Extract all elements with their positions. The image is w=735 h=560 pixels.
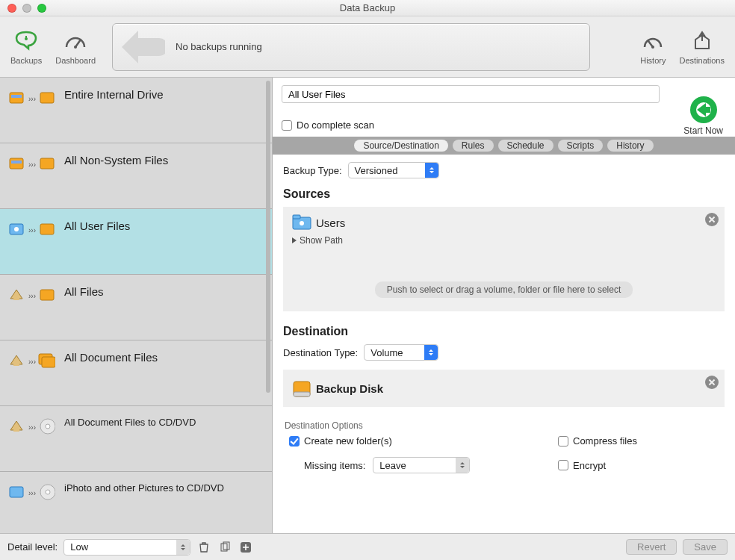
status-text: No backups running — [176, 41, 262, 52]
plus-icon — [240, 541, 252, 553]
svg-rect-21 — [13, 361, 19, 366]
dashboard-label: Dashboard — [55, 56, 96, 65]
create-folders-checkbox[interactable] — [289, 436, 300, 447]
create-folders-label: Create new folder(s) — [304, 435, 392, 447]
sources-box: Users Show Path Push to select or drag a… — [283, 207, 725, 311]
svg-rect-20 — [40, 290, 54, 300]
tab-schedule[interactable]: Schedule — [498, 140, 553, 152]
svg-text:›››: ››› — [28, 489, 36, 497]
users-folder-icon — [292, 214, 311, 231]
history-icon — [640, 29, 666, 55]
destination-options-heading: Destination Options — [285, 420, 725, 431]
window-title: Data Backup — [0, 2, 735, 13]
backup-type-label: Backup Type: — [283, 165, 342, 176]
svg-rect-9 — [40, 93, 54, 103]
sidebar-item-label: All Document Files — [64, 351, 158, 364]
start-now-button[interactable]: Start Now — [683, 94, 723, 136]
delete-button[interactable] — [196, 540, 211, 555]
svg-rect-7 — [11, 95, 22, 98]
sidebar-item-all-document-files[interactable]: ››› All Document Files — [0, 340, 272, 406]
source-drop-zone[interactable]: Push to select or drag a volume, folder … — [375, 281, 633, 298]
svg-text:›››: ››› — [28, 95, 36, 103]
sidebar-item-label: Entire Internal Drive — [64, 88, 164, 101]
tab-source-destination[interactable]: Source/Destination — [354, 140, 447, 152]
backup-name-input[interactable] — [282, 85, 660, 103]
destinations-label: Destinations — [679, 56, 725, 65]
status-arrow-icon — [113, 25, 165, 69]
missing-items-select[interactable]: Leave — [373, 457, 470, 473]
backup-type-value: Versioned — [355, 165, 398, 176]
sidebar-item-label: All Document Files to CD/DVD — [64, 417, 196, 428]
sidebar-item-label: All User Files — [64, 220, 130, 232]
revert-button[interactable]: Revert — [626, 539, 677, 555]
destination-type-value: Volume — [370, 347, 403, 358]
remove-destination-button[interactable] — [705, 376, 719, 389]
status-box: No backups running — [112, 23, 590, 71]
svg-text:›››: ››› — [28, 226, 36, 234]
detail-level-select[interactable]: Low — [63, 539, 190, 556]
compress-files-checkbox[interactable] — [558, 436, 568, 447]
destination-heading: Destination — [283, 325, 725, 338]
compress-files-label: Compress files — [573, 435, 637, 447]
sidebar-item-iphoto-to-cd[interactable]: ››› iPhoto and other Pictures to CD/DVD — [0, 472, 272, 533]
duplicate-button[interactable] — [217, 540, 232, 555]
show-path-toggle[interactable]: Show Path — [292, 235, 716, 246]
history-button[interactable]: History — [640, 29, 666, 65]
svg-rect-17 — [40, 224, 54, 234]
svg-point-37 — [300, 221, 304, 225]
tab-scripts[interactable]: Scripts — [558, 140, 604, 152]
svg-text:›››: ››› — [28, 292, 36, 300]
sidebar-scrollbar[interactable] — [266, 81, 270, 527]
tab-history[interactable]: History — [607, 140, 653, 152]
svg-point-3 — [74, 46, 77, 49]
tab-rules[interactable]: Rules — [453, 140, 494, 152]
dashboard-button[interactable]: Dashboard — [55, 29, 96, 65]
complete-scan-checkbox[interactable] — [282, 120, 292, 131]
sidebar-item-all-files[interactable]: ››› All Files — [0, 275, 272, 340]
save-button[interactable]: Save — [683, 539, 728, 555]
drive-to-folder-icon: ››› — [9, 85, 55, 111]
footer: Detail level: Low Revert Save — [0, 533, 735, 560]
missing-items-label: Missing items: — [304, 460, 365, 471]
remove-source-button[interactable] — [705, 213, 719, 226]
svg-point-32 — [46, 490, 50, 494]
chevron-up-down-icon — [456, 458, 469, 473]
missing-items-value: Leave — [379, 460, 406, 471]
svg-rect-1 — [25, 36, 27, 38]
copy-icon — [219, 541, 231, 553]
destination-type-select[interactable]: Volume — [364, 344, 438, 361]
destinations-icon — [689, 29, 715, 55]
start-now-icon — [688, 94, 719, 125]
destinations-button[interactable]: Destinations — [679, 29, 725, 65]
backups-icon — [13, 29, 39, 55]
destination-type-label: Destination Type: — [283, 347, 358, 358]
backups-button[interactable]: Backups — [10, 29, 42, 65]
complete-scan-label: Do complete scan — [297, 119, 374, 131]
svg-rect-18 — [13, 296, 19, 300]
chevron-up-down-icon — [176, 540, 190, 555]
sidebar-item-label: All Files — [64, 285, 104, 298]
svg-rect-39 — [294, 392, 310, 396]
encrypt-checkbox[interactable] — [558, 460, 568, 470]
svg-rect-11 — [11, 161, 22, 164]
sidebar-item-docs-to-cd[interactable]: ››› All Document Files to CD/DVD — [0, 406, 272, 472]
encrypt-label: Encrypt — [573, 460, 606, 471]
home-to-folders-icon: ››› — [9, 348, 55, 373]
svg-text:›››: ››› — [28, 161, 36, 169]
users-to-folder-icon: ››› — [9, 217, 55, 242]
backup-type-select[interactable]: Versioned — [348, 162, 439, 178]
svg-rect-29 — [10, 487, 23, 497]
destination-name: Backup Disk — [316, 382, 383, 395]
sidebar-item-entire-internal-drive[interactable]: ››› Entire Internal Drive — [0, 78, 272, 143]
sidebar-item-all-user-files[interactable]: ››› All User Files — [0, 209, 272, 275]
history-label: History — [640, 56, 666, 65]
detail-level-value: Low — [70, 541, 88, 553]
add-button[interactable] — [238, 540, 253, 555]
trash-icon — [198, 541, 210, 553]
home-to-disc-icon: ››› — [9, 414, 55, 439]
sidebar-item-non-system-files[interactable]: ››› All Non-System Files — [0, 143, 272, 209]
backups-label: Backups — [10, 56, 42, 65]
home-to-folder-icon: ››› — [9, 282, 55, 308]
svg-rect-13 — [40, 158, 54, 169]
sidebar-item-label: All Non-System Files — [64, 154, 168, 167]
